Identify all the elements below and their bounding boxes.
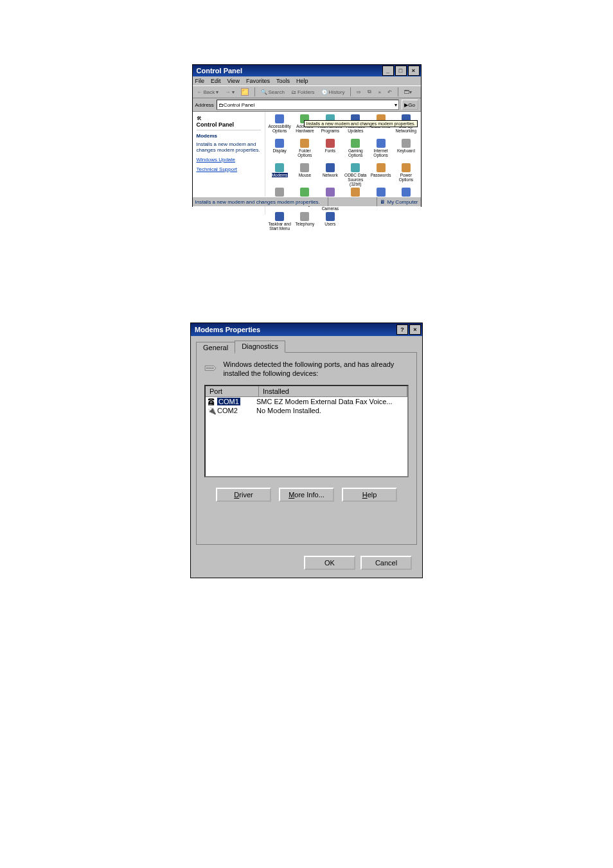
control-panel-item[interactable]: Users [318, 212, 342, 235]
applet-label: Mouse [299, 173, 312, 177]
control-panel-item[interactable]: Power Options [394, 163, 418, 186]
tech-support-link[interactable]: Technical Support [197, 166, 261, 172]
help-button[interactable]: ? [396, 324, 408, 335]
installed-device: No Modem Installed. [254, 406, 407, 415]
applet-icon [275, 114, 284, 123]
installed-device: SMC EZ Modem External Data Fax Voice... [254, 397, 407, 406]
applet-icon [377, 188, 386, 197]
applet-label: Folder Options [293, 148, 317, 157]
diagnostic-buttons: Driver More Info... Help [208, 488, 405, 502]
control-panel-item[interactable]: Keyboard [394, 139, 418, 162]
address-field[interactable]: 🗀 Control Panel ▾ [217, 100, 399, 110]
header-port[interactable]: Port [206, 386, 259, 396]
applet-label: Users [324, 222, 335, 226]
control-panel-item[interactable]: Accessibility Options [268, 114, 292, 137]
sidebar-heading: Control Panel [197, 121, 235, 128]
applet-icon [275, 188, 284, 197]
control-panel-item[interactable]: Fonts [318, 139, 342, 162]
delete-button[interactable]: × [376, 89, 383, 96]
status-bar: Installs a new modem and changes modem p… [193, 197, 421, 206]
applet-label: Gaming Options [344, 148, 368, 157]
more-info-button[interactable]: More Info... [279, 488, 334, 502]
applet-icon [275, 163, 284, 172]
moveto-button[interactable]: ⇨ [355, 89, 363, 96]
go-button[interactable]: ▶Go [402, 100, 418, 110]
back-button[interactable]: ← Back ▾ [195, 89, 221, 96]
applet-icon [326, 139, 335, 148]
applet-icon [377, 163, 386, 172]
control-panel-item[interactable]: Telephony [293, 212, 317, 235]
cancel-button[interactable]: Cancel [360, 556, 412, 570]
tab-strip: General Diagnostics [196, 340, 417, 352]
tab-diagnostics[interactable]: Diagnostics [235, 341, 285, 353]
control-panel-item[interactable]: Modems [268, 163, 292, 186]
status-text: Installs a new modem and changes modem p… [195, 199, 325, 205]
control-panel-item[interactable]: ODBC Data Sources (32bit) [344, 163, 368, 186]
modems-properties-dialog: Modems Properties ? × General Diagnostic… [190, 323, 423, 578]
control-panel-item[interactable]: Mouse [293, 163, 317, 186]
intro-text: Windows detected the following ports, an… [223, 360, 409, 378]
control-panel-item[interactable]: Gaming Options [344, 139, 368, 162]
control-panel-item[interactable]: Taskbar and Start Menu [268, 212, 292, 235]
applet-icon [300, 188, 309, 197]
ports-listbox[interactable]: Port Installed 🖀COM1SMC EZ Modem Externa… [204, 385, 409, 477]
applet-icon [300, 212, 309, 221]
svg-point-0 [206, 368, 208, 369]
folder-icon: 🗀 [218, 102, 224, 108]
list-header[interactable]: Port Installed [206, 386, 407, 397]
address-label: Address [195, 102, 214, 108]
menu-tools[interactable]: Tools [276, 78, 290, 84]
svg-point-3 [212, 368, 213, 369]
control-panel-item[interactable]: Passwords [369, 163, 393, 186]
windows-update-link[interactable]: Windows Update [197, 157, 261, 163]
applet-label: Modems [272, 173, 288, 177]
menu-file[interactable]: File [195, 78, 205, 84]
control-panel-item[interactable]: Network [318, 163, 342, 186]
menu-view[interactable]: View [227, 78, 240, 84]
help-button[interactable]: Help [342, 488, 397, 502]
minimize-button[interactable]: _ [382, 66, 394, 76]
control-panel-icon: 🛠 [197, 116, 202, 121]
serial-port-icon: 🔌 [208, 407, 215, 414]
menu-favorites[interactable]: Favorites [246, 78, 270, 84]
history-button[interactable]: 🕓History [319, 89, 347, 96]
svg-point-1 [208, 368, 209, 369]
up-button[interactable]: 📁 [239, 87, 251, 96]
port-row[interactable]: 🖀COM1SMC EZ Modem External Data Fax Voic… [206, 397, 407, 406]
close-button[interactable]: × [409, 324, 421, 335]
applet-label: Passwords [371, 173, 391, 177]
status-location: My Computer [387, 199, 418, 205]
applet-label: Power Options [394, 173, 418, 182]
applet-icon [275, 212, 284, 221]
driver-button[interactable]: Driver [216, 488, 271, 502]
header-installed[interactable]: Installed [259, 386, 407, 396]
folders-button[interactable]: 🗂Folders [289, 89, 317, 96]
forward-button[interactable]: → ▾ [223, 89, 236, 96]
control-panel-item[interactable]: Display [268, 139, 292, 162]
port-name: COM1 [217, 398, 240, 405]
ok-button[interactable]: OK [304, 556, 355, 570]
views-button[interactable]: 🗔▾ [402, 89, 414, 96]
control-panel-item[interactable]: Folder Options [293, 139, 317, 162]
serial-port-icon [204, 360, 217, 376]
menu-edit[interactable]: Edit [211, 78, 221, 84]
dropdown-icon[interactable]: ▾ [395, 102, 397, 108]
svg-point-2 [210, 368, 211, 369]
maximize-button[interactable]: □ [395, 66, 407, 76]
applet-icon [300, 163, 309, 172]
menu-help[interactable]: Help [296, 78, 308, 84]
applet-icon [326, 188, 335, 197]
titlebar[interactable]: Control Panel _ □ × [193, 65, 421, 76]
applet-label: Telephony [296, 222, 315, 226]
control-panel-item[interactable]: Internet Options [369, 139, 393, 162]
applet-label: Internet Options [369, 148, 393, 157]
undo-button[interactable]: ↶ [386, 89, 394, 96]
tab-general[interactable]: General [196, 342, 235, 353]
address-bar: Address 🗀 Control Panel ▾ ▶Go [193, 98, 421, 112]
titlebar[interactable]: Modems Properties ? × [191, 323, 422, 336]
port-row[interactable]: 🔌COM2No Modem Installed. [206, 406, 407, 415]
modem-icon: 🖀 [208, 398, 215, 405]
copyto-button[interactable]: ⧉ [366, 88, 373, 96]
close-button[interactable]: × [408, 66, 420, 76]
search-button[interactable]: 🔍Search [259, 89, 287, 96]
